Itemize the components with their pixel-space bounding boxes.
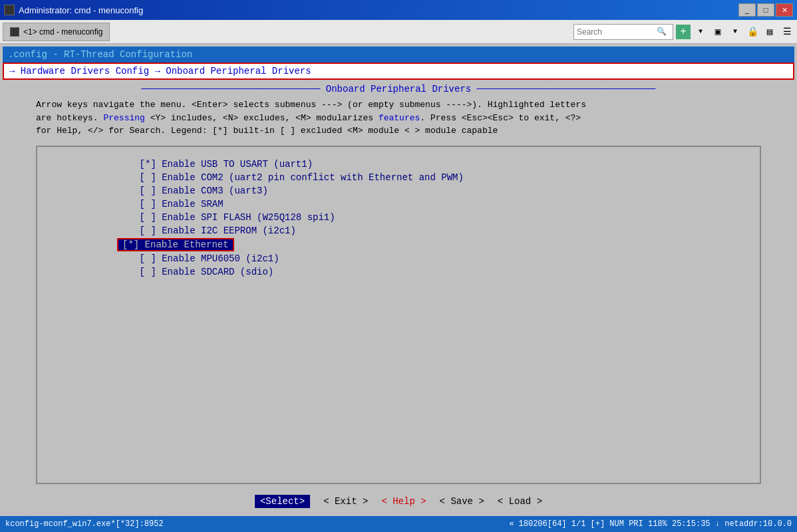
menu-icon[interactable]: ☰ [780,25,794,39]
toolbar-icons: + ▼ ▣ ▼ 🔒 ▤ ☰ [676,25,794,39]
menu-item-com3[interactable]: [ ] Enable COM3 (uart3) [37,185,268,197]
menu-row-spi: [ ] Enable SPI FLASH (W25Q128 spi1) [37,211,760,224]
section-title: ──────────────────────────────── Onboard… [3,80,794,96]
toolbar: <1> cmd - menuconfig 🔍 + ▼ ▣ ▼ 🔒 ▤ ☰ [0,20,797,44]
load-button[interactable]: < Load > [498,496,542,507]
dropdown-icon[interactable]: ▼ [693,25,708,39]
dropdown2-icon[interactable]: ▼ [728,25,742,39]
title-bar-left: Administrator: cmd - menuconfig [4,5,143,15]
menu-item-com2[interactable]: [ ] Enable COM2 (uart2 pin conflict with… [37,172,464,184]
menu-row-sram: [ ] Enable SRAM [37,198,760,211]
view-icon[interactable]: ▤ [762,25,777,39]
help-text: Arrow keys navigate the menu. <Enter> se… [3,96,794,140]
window-title: Administrator: cmd - menuconfig [19,5,143,15]
menu-item-ethernet-selected[interactable]: [*] Enable Ethernet [117,238,234,251]
search-box[interactable]: 🔍 [573,24,673,40]
menu-row-com2: [ ] Enable COM2 (uart2 pin conflict with… [37,171,760,184]
main-window: Administrator: cmd - menuconfig _ □ ✕ <1… [0,0,797,532]
pressing-highlight: Pressing [103,113,144,123]
menu-row-ethernet: [*] Enable Ethernet [37,237,760,252]
help-line-2: are hotkeys. Pressing <Y> includes, <N> … [36,112,761,125]
restore-button[interactable]: □ [757,3,774,17]
config-header-text: .config - RT-Thread Configuration [8,49,192,60]
menu-item-i2c[interactable]: [ ] Enable I2C EEPROM (i2c1) [37,225,296,237]
status-right: « 180206[64] 1/1 [+] NUM PRI 118% 25:15:… [509,519,792,529]
menu-row-com3: [ ] Enable COM3 (uart3) [37,184,760,198]
menu-item-spi[interactable]: [ ] Enable SPI FLASH (W25Q128 spi1) [37,211,335,223]
features-highlight: features [379,113,420,123]
exit-button[interactable]: < Exit > [323,496,368,507]
menu-row-usart: [*] Enable USB TO USART (uart1) [37,158,760,171]
config-header: .config - RT-Thread Configuration [3,47,794,63]
window-controls: _ □ ✕ [738,3,793,17]
minimize-button[interactable]: _ [738,3,756,17]
breadcrumb-text: → Hardware Drivers Config → Onboard Peri… [9,66,311,76]
search-input[interactable] [577,27,657,37]
panel-icon[interactable]: ▣ [711,25,725,39]
terminal-body: ──────────────────────────────── Onboard… [3,80,794,513]
menu-row-mpu: [ ] Enable MPU6050 (i2c1) [37,252,760,265]
main-content: .config - RT-Thread Configuration → Hard… [0,44,797,516]
help-button[interactable]: < Help > [381,496,426,507]
add-icon[interactable]: + [676,25,691,39]
menu-item-sram[interactable]: [ ] Enable SRAM [37,198,224,210]
menu-item-usart[interactable]: [*] Enable USB TO USART (uart1) [37,158,313,170]
menu-area: [*] Enable USB TO USART (uart1) [ ] Enab… [36,146,761,485]
help-line-1: Arrow keys navigate the menu. <Enter> se… [36,98,761,112]
menu-item-sdcard[interactable]: [ ] Enable SDCARD (sdio) [37,266,273,278]
lock-icon[interactable]: 🔒 [745,25,760,39]
help-line-3: for Help, </> for Search. Legend: [*] bu… [36,124,761,138]
save-button[interactable]: < Save > [440,496,484,507]
action-bar: <Select> < Exit > < Help > < Save > < Lo… [3,489,794,513]
status-bar: kconfig-mconf_win7.exe*[*32]:8952 « 1802… [0,516,797,532]
menu-row-sdcard: [ ] Enable SDCARD (sdio) [37,265,760,279]
status-left: kconfig-mconf_win7.exe*[*32]:8952 [5,519,164,529]
tab-icon [10,27,19,37]
title-bar: Administrator: cmd - menuconfig _ □ ✕ [0,0,797,20]
close-button[interactable]: ✕ [776,3,793,17]
window-icon [4,5,15,15]
breadcrumb-bar: → Hardware Drivers Config → Onboard Peri… [3,63,794,80]
select-button[interactable]: <Select> [255,495,310,508]
tab-label: <1> cmd - menuconfig [23,27,102,37]
search-icon: 🔍 [657,27,667,37]
tab-cmd[interactable]: <1> cmd - menuconfig [3,23,110,41]
menu-row-i2c: [ ] Enable I2C EEPROM (i2c1) [37,224,760,237]
menu-item-mpu[interactable]: [ ] Enable MPU6050 (i2c1) [37,253,279,265]
